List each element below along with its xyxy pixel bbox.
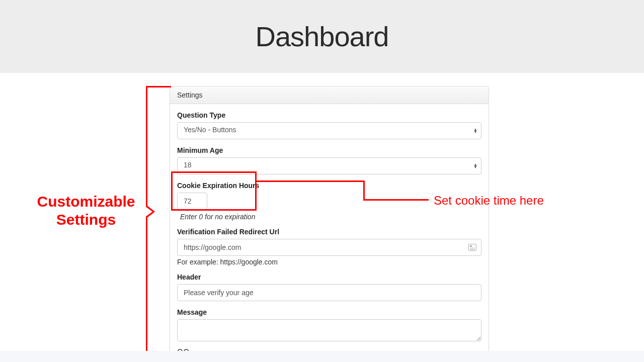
select-minimum-age[interactable]: 18 bbox=[177, 157, 481, 174]
input-redirect-url[interactable] bbox=[177, 239, 481, 256]
helper-redirect-url: For example: https://google.com bbox=[177, 258, 481, 266]
panel-body: Question Type Yes/No - Buttons ▲▼ Minimu… bbox=[170, 104, 489, 362]
annotation-lead-line bbox=[363, 199, 429, 201]
label-message: Message bbox=[177, 308, 481, 316]
annotation-bracket bbox=[146, 86, 171, 354]
annotation-lead-line bbox=[257, 180, 365, 182]
textarea-message[interactable] bbox=[177, 319, 481, 341]
page-header: Dashboard bbox=[0, 0, 644, 73]
label-cookie-hours: Cookie Expiration Hours bbox=[177, 182, 481, 190]
annotation-right-callout: Set cookie time here bbox=[434, 194, 544, 208]
field-question-type: Question Type Yes/No - Buttons ▲▼ bbox=[177, 111, 481, 139]
settings-panel: Settings Question Type Yes/No - Buttons … bbox=[170, 86, 489, 362]
field-minimum-age: Minimum Age 18 ▲▼ bbox=[177, 146, 481, 174]
field-header: Header bbox=[177, 273, 481, 301]
input-header[interactable] bbox=[177, 284, 481, 301]
panel-title: Settings bbox=[170, 86, 489, 104]
select-question-type[interactable]: Yes/No - Buttons bbox=[177, 122, 481, 139]
annotation-left-callout: Customizable Settings bbox=[28, 193, 144, 229]
input-cookie-hours[interactable] bbox=[177, 193, 207, 210]
footer-strip bbox=[0, 351, 644, 362]
label-question-type: Question Type bbox=[177, 111, 481, 119]
helper-cookie-hours: Enter 0 for no expiration bbox=[177, 213, 481, 221]
label-minimum-age: Minimum Age bbox=[177, 146, 481, 154]
annotation-lead-line bbox=[363, 180, 365, 201]
page-title: Dashboard bbox=[256, 20, 389, 53]
label-redirect-url: Verification Failed Redirect Url bbox=[177, 228, 481, 236]
field-redirect-url: Verification Failed Redirect Url For exa… bbox=[177, 228, 481, 266]
contacts-icon bbox=[468, 244, 476, 251]
label-header: Header bbox=[177, 273, 481, 281]
annotation-pointer-icon bbox=[146, 205, 155, 219]
